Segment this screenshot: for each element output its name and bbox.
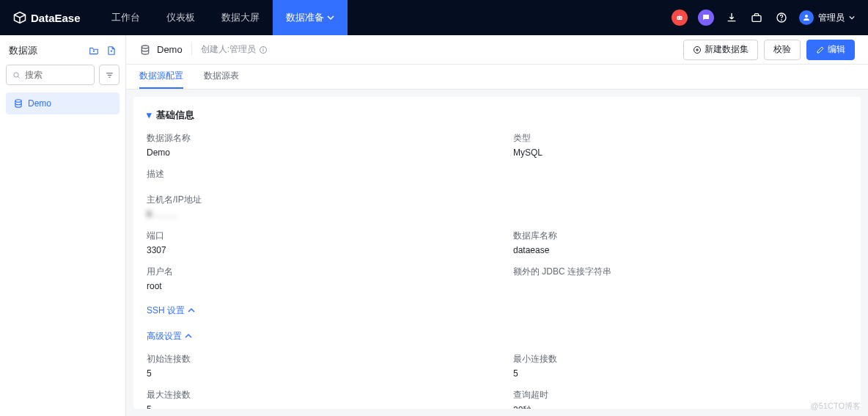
caret-up-icon	[185, 332, 192, 340]
label-max: 最大连接数	[147, 389, 499, 401]
label-jdbc: 额外的 JDBC 连接字符串	[513, 266, 847, 278]
user-name: 管理员	[818, 12, 845, 24]
value-type: MySQL	[513, 147, 847, 158]
page-title: Demo	[157, 44, 183, 55]
svg-point-3	[678, 18, 680, 19]
download-icon[interactable]	[724, 10, 739, 25]
search-input[interactable]	[25, 70, 88, 80]
chat-icon[interactable]	[698, 10, 714, 26]
logo-icon	[13, 11, 26, 24]
value-user: root	[147, 281, 499, 291]
search-input-wrapper[interactable]	[6, 65, 95, 85]
avatar-icon	[799, 10, 814, 25]
help-icon[interactable]	[774, 10, 789, 25]
sidebar-item-demo[interactable]: Demo	[6, 92, 119, 114]
search-icon	[12, 70, 21, 80]
ssh-settings-link[interactable]: SSH 设置	[147, 304, 847, 317]
value-port: 3307	[147, 245, 499, 255]
svg-point-9	[805, 15, 808, 18]
plus-circle-icon	[693, 45, 702, 54]
value-timeout: 30秒	[513, 404, 847, 409]
svg-line-11	[18, 76, 19, 78]
svg-point-16	[141, 45, 148, 48]
svg-point-19	[263, 48, 264, 48]
edit-icon	[816, 45, 825, 54]
value-db: dataease	[513, 245, 847, 255]
brand-text: DataEase	[31, 12, 81, 24]
tab-tables[interactable]: 数据源表	[204, 65, 239, 88]
tab-config[interactable]: 数据源配置	[139, 65, 183, 88]
label-timeout: 查询超时	[513, 389, 847, 401]
svg-point-10	[14, 72, 18, 76]
svg-rect-2	[677, 16, 683, 20]
nav-item-dataprep[interactable]: 数据准备	[273, 0, 347, 35]
datasource-icon	[139, 44, 151, 56]
label-port: 端口	[147, 230, 499, 242]
caret-down-icon	[327, 14, 334, 21]
value-name: Demo	[147, 147, 499, 158]
label-name: 数据源名称	[147, 132, 499, 145]
user-menu[interactable]: 管理员	[799, 10, 855, 25]
nav-item-screen[interactable]: 数据大屏	[208, 0, 273, 35]
nav-items: 工作台 仪表板 数据大屏 数据准备	[98, 0, 347, 35]
config-panel: ▾ 基础信息 数据源名称Demo 类型MySQL 描述 主机名/IP地址8 . …	[133, 97, 861, 409]
value-init: 5	[147, 368, 499, 379]
sidebar: 数据源 Demo	[0, 35, 126, 416]
advanced-settings-link[interactable]: 高级设置	[147, 330, 847, 343]
label-db: 数据库名称	[513, 230, 847, 242]
toolbox-icon[interactable]	[749, 10, 764, 25]
label-host: 主机名/IP地址	[147, 194, 847, 206]
content: Demo 创建人:管理员 新建数据集 校验 编辑 数据源配置 数据源表 ▾ 基础…	[126, 35, 868, 416]
brand-logo[interactable]: DataEase	[13, 11, 81, 24]
nav-item-workspace[interactable]: 工作台	[98, 0, 153, 35]
caret-down-icon	[849, 15, 855, 21]
header-bar: Demo 创建人:管理员 新建数据集 校验 编辑	[126, 35, 868, 65]
value-host: 8 . . . . .	[147, 209, 176, 219]
tabs: 数据源配置 数据源表	[126, 65, 868, 89]
svg-rect-6	[752, 15, 761, 21]
edit-button[interactable]: 编辑	[806, 40, 855, 60]
label-init: 初始连接数	[147, 353, 499, 365]
nav-item-dashboard[interactable]: 仪表板	[153, 0, 208, 35]
sidebar-item-label: Demo	[28, 98, 51, 109]
value-max: 5	[147, 404, 499, 409]
sidebar-title: 数据源	[9, 44, 37, 57]
new-folder-icon[interactable]	[89, 45, 99, 56]
label-desc: 描述	[147, 168, 847, 180]
svg-point-8	[781, 20, 782, 21]
nav-right: 管理员	[672, 10, 855, 26]
filter-button[interactable]	[99, 65, 119, 85]
value-min: 5	[513, 368, 847, 379]
new-dataset-button[interactable]: 新建数据集	[683, 40, 758, 60]
new-datasource-icon[interactable]	[106, 45, 117, 56]
info-icon[interactable]	[259, 45, 268, 54]
svg-point-4	[680, 18, 682, 19]
caret-down-icon: ▾	[147, 109, 152, 120]
label-type: 类型	[513, 132, 847, 145]
watermark: @51CTO博客	[811, 401, 861, 412]
svg-point-15	[15, 100, 21, 103]
label-user: 用户名	[147, 266, 499, 278]
label-min: 最小连接数	[513, 353, 847, 365]
caret-up-icon	[188, 307, 195, 314]
section-basic[interactable]: ▾ 基础信息	[147, 109, 847, 122]
top-nav: DataEase 工作台 仪表板 数据大屏 数据准备 管理员	[0, 0, 868, 35]
datasource-icon	[13, 98, 23, 109]
robot-icon[interactable]	[672, 10, 688, 26]
validate-button[interactable]: 校验	[764, 40, 801, 60]
creator-label: 创建人:管理员	[201, 43, 256, 56]
